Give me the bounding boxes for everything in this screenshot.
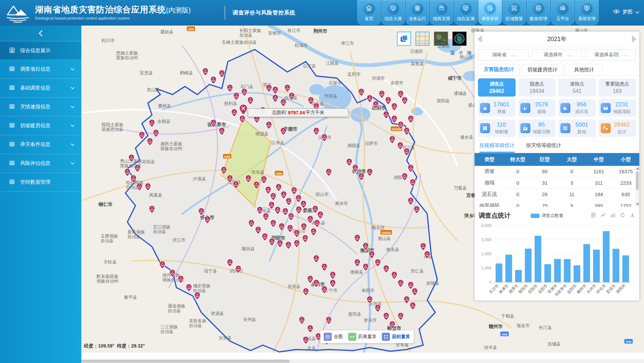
line-chart-icon[interactable] [600, 212, 606, 219]
data-view-icon[interactable] [591, 212, 596, 219]
summary-card-4[interactable]: 重要隐患点 183 [599, 78, 636, 97]
tab-3[interactable]: 其他统计 [565, 64, 603, 75]
map-place-label: 衡山县 [378, 236, 391, 241]
nav-item-8[interactable]: 数据管理 [527, 0, 550, 25]
type-card-4[interactable]: 2231 地面塌陷 [599, 99, 636, 117]
sidebar-item-3[interactable]: 基础调查信息 [0, 79, 81, 98]
bar[interactable] [574, 265, 580, 282]
type-card-2[interactable]: 2578 崩塌 [518, 99, 556, 117]
bar[interactable] [564, 259, 571, 282]
nav-item-4[interactable]: 指挥支撑 [430, 0, 453, 25]
bar[interactable] [613, 249, 619, 283]
user-name[interactable]: 梦图 [622, 9, 633, 15]
layers-icon[interactable] [397, 32, 411, 46]
type-card-3[interactable]: 856 泥石流 [558, 99, 596, 117]
tool-label: 距离量算 [358, 334, 376, 340]
polygon-vertex-handle[interactable] [221, 174, 223, 176]
bar[interactable] [496, 263, 502, 282]
map-place-label: 炎陵县 [426, 281, 439, 286]
nav-item-2[interactable]: 综合大屏 [381, 0, 405, 25]
sidebar-item-7[interactable]: 风险评估信息 [0, 154, 81, 173]
nav-item-3[interactable]: 业务运行 [406, 0, 429, 25]
bar[interactable] [515, 270, 522, 283]
bar[interactable] [535, 236, 541, 282]
map-place-label: 全州县 [243, 317, 256, 322]
chevron-down-icon[interactable] [635, 9, 639, 15]
map-place-label: 嘉鱼县 [411, 61, 424, 66]
refresh-icon[interactable] [620, 212, 626, 219]
download-icon[interactable] [630, 212, 635, 219]
sidebar-item-6[interactable]: 孕灾条件信息 [0, 135, 81, 154]
chart-legend[interactable]: 调查点数量 [531, 213, 563, 219]
table-icon [9, 84, 16, 92]
tab-2[interactable]: 切坡建房统计 [522, 64, 563, 75]
nav-item-10[interactable]: 系统管理 [575, 0, 599, 25]
type-card-5[interactable]: 110 地裂缝 [478, 119, 516, 137]
sidebar-item-5[interactable]: 切坡建房信息 [0, 116, 81, 135]
bar[interactable] [506, 255, 512, 282]
horizontal-scrollbar[interactable] [81, 359, 644, 363]
table-row[interactable]: 滑坡0650116116375 [475, 166, 639, 177]
summary-card-2[interactable]: 隐患点 18434 [518, 78, 556, 97]
region-select-1[interactable]: 湖南省 [478, 49, 528, 61]
table-row[interactable]: 崩塌03133112233 [475, 177, 639, 189]
card-value: 2231 [611, 101, 634, 108]
measure-tool-3[interactable]: 面积量算 [382, 333, 410, 341]
nav-item-6[interactable]: 调查评价 [478, 0, 502, 25]
tab-1[interactable]: 灾害隐患统计 [478, 64, 520, 75]
bar[interactable] [545, 264, 551, 282]
satellite-basemap-button[interactable] [434, 32, 448, 46]
year-next-button[interactable] [632, 35, 637, 43]
sidebar-collapse-button[interactable] [0, 26, 81, 41]
type-card-6[interactable]: 85 地面沉降 [518, 119, 556, 137]
bar[interactable] [593, 250, 600, 282]
map-place-label: 枝江市 [287, 28, 300, 33]
globe-basemap-button[interactable] [452, 32, 467, 46]
survey-bar-chart[interactable]: 01,0002,0003,0004,000长沙市株洲市湘潭市衡阳市邵阳市岳阳市常… [479, 222, 635, 299]
nav-item-9[interactable]: 云平台 [551, 0, 574, 25]
nav-item-5[interactable]: 综合监测 [454, 0, 478, 25]
sidebar-item-2[interactable]: 调查项目信息 [0, 60, 81, 79]
bar[interactable] [554, 259, 561, 282]
x-tick-label: 衡阳市 [518, 283, 529, 294]
tool-label: 全图 [334, 334, 343, 340]
eye-icon[interactable] [613, 9, 620, 15]
region-select-3[interactable]: 请选择县/区 [586, 49, 636, 61]
year-prev-button[interactable] [477, 35, 482, 43]
bar-chart-icon[interactable] [610, 212, 616, 219]
summary-card-3[interactable]: 速报点 541 [558, 78, 596, 97]
bar[interactable] [622, 255, 629, 282]
type-card-8[interactable]: 28462 总计 [599, 119, 636, 137]
sidebar-item-4[interactable]: 灾情速报信息 [0, 98, 81, 116]
top-nav: 首页 综合大屏 业务运行 指挥支撑 综合监测 调查评价 区域预警 数据管理 云平… [357, 0, 599, 26]
type-card-1[interactable]: 17601 滑坡 [478, 99, 516, 117]
bar[interactable] [603, 231, 610, 282]
summary-card-1[interactable]: 调查点 28462 [478, 78, 516, 97]
street-basemap-button[interactable] [415, 32, 430, 46]
table-scrollbar[interactable] [635, 166, 639, 207]
measure-tool-1[interactable]: 全图 [324, 333, 343, 341]
chevron-down-icon [511, 52, 515, 57]
bar[interactable] [583, 244, 590, 282]
y-tick-label: 0 [489, 280, 491, 285]
nav-item-7[interactable]: 区域预警 [502, 0, 526, 25]
type-card-7[interactable]: 5001 其他 [558, 119, 596, 137]
polygon-vertex-handle[interactable] [253, 205, 255, 207]
map-place-label: 建始县 [160, 29, 173, 34]
measure-tool-2[interactable]: 距离量算 [348, 333, 376, 341]
x-tick-label: 娄底市 [605, 283, 616, 294]
sub-tab-1[interactable]: 按规模等级统计 [479, 142, 515, 153]
nav-item-1[interactable]: 首页 [357, 0, 381, 25]
sub-tab-2[interactable]: 按灾情等级统计 [526, 142, 561, 153]
table-row[interactable]: 泥石流02611184635 [475, 189, 639, 200]
survey-icon [484, 2, 496, 14]
sidebar-item-1[interactable]: 综合信息展示 [0, 41, 81, 60]
table-row[interactable]: 地面塌陷07593951752 [475, 200, 639, 207]
sidebar-item-8[interactable]: 空间数据管理 [0, 173, 81, 192]
region-select-2[interactable]: 请选择市 [532, 49, 582, 61]
map-place-label: 监利市 [348, 72, 361, 77]
bar[interactable] [525, 249, 532, 282]
chart-title: 调查点统计 [479, 211, 511, 220]
map-place-label: 连城县 [548, 341, 561, 347]
table-cell: 泥石流 [475, 191, 504, 197]
